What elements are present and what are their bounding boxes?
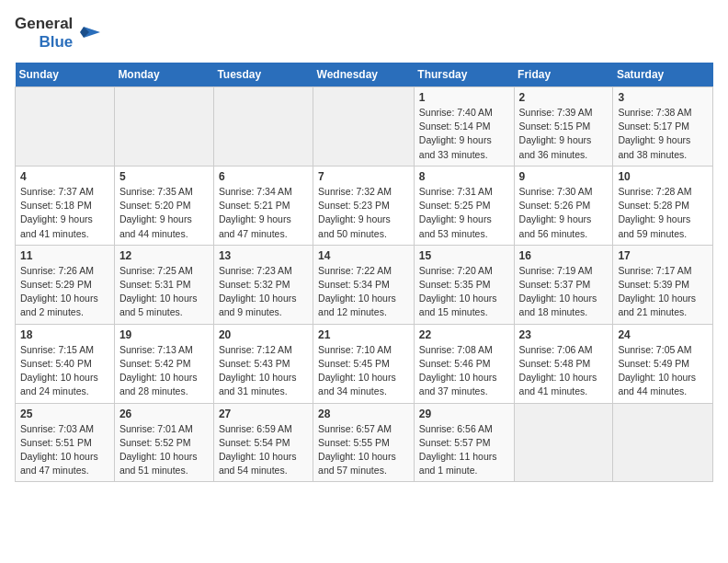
calendar-cell: 23Sunrise: 7:06 AMSunset: 5:48 PMDayligh… — [514, 324, 613, 403]
calendar-cell: 2Sunrise: 7:39 AMSunset: 5:15 PMDaylight… — [514, 87, 613, 167]
calendar-cell: 29Sunrise: 6:56 AMSunset: 5:57 PMDayligh… — [414, 403, 514, 482]
calendar-cell: 16Sunrise: 7:19 AMSunset: 5:37 PMDayligh… — [514, 245, 613, 324]
calendar-cell: 13Sunrise: 7:23 AMSunset: 5:32 PMDayligh… — [213, 245, 313, 324]
day-number: 28 — [318, 408, 409, 420]
day-number: 10 — [618, 170, 708, 183]
column-header-thursday: Thursday — [414, 63, 514, 87]
day-number: 2 — [519, 91, 609, 104]
calendar-week-row: 11Sunrise: 7:26 AMSunset: 5:29 PMDayligh… — [16, 245, 713, 324]
day-number: 7 — [318, 170, 409, 183]
calendar-cell: 1Sunrise: 7:40 AMSunset: 5:14 PMDaylight… — [414, 87, 514, 167]
day-info: Sunrise: 7:10 AMSunset: 5:45 PMDaylight:… — [318, 343, 409, 399]
calendar-cell: 12Sunrise: 7:25 AMSunset: 5:31 PMDayligh… — [114, 245, 213, 324]
calendar-cell — [613, 403, 713, 482]
calendar-cell: 4Sunrise: 7:37 AMSunset: 5:18 PMDaylight… — [16, 166, 115, 245]
day-info: Sunrise: 6:56 AMSunset: 5:57 PMDaylight:… — [419, 422, 509, 478]
day-number: 4 — [20, 170, 109, 183]
calendar-cell: 26Sunrise: 7:01 AMSunset: 5:52 PMDayligh… — [114, 403, 213, 482]
day-number: 24 — [618, 328, 708, 341]
calendar-cell: 3Sunrise: 7:38 AMSunset: 5:17 PMDaylight… — [613, 87, 713, 167]
day-number: 13 — [219, 249, 308, 262]
calendar-cell: 8Sunrise: 7:31 AMSunset: 5:25 PMDaylight… — [414, 166, 514, 245]
calendar-cell — [114, 87, 213, 167]
calendar-cell: 22Sunrise: 7:08 AMSunset: 5:46 PMDayligh… — [414, 324, 514, 403]
day-number: 6 — [219, 170, 308, 183]
column-header-wednesday: Wednesday — [313, 63, 415, 87]
day-number: 18 — [20, 328, 109, 341]
calendar-cell: 24Sunrise: 7:05 AMSunset: 5:49 PMDayligh… — [613, 324, 713, 403]
calendar-cell: 6Sunrise: 7:34 AMSunset: 5:21 PMDaylight… — [213, 166, 313, 245]
calendar-week-row: 1Sunrise: 7:40 AMSunset: 5:14 PMDaylight… — [16, 87, 713, 167]
day-info: Sunrise: 7:13 AMSunset: 5:42 PMDaylight:… — [119, 343, 209, 399]
day-info: Sunrise: 7:06 AMSunset: 5:48 PMDaylight:… — [519, 343, 609, 399]
calendar-week-row: 25Sunrise: 7:03 AMSunset: 5:51 PMDayligh… — [16, 403, 713, 482]
day-info: Sunrise: 7:30 AMSunset: 5:26 PMDaylight:… — [519, 185, 609, 241]
calendar-cell: 20Sunrise: 7:12 AMSunset: 5:43 PMDayligh… — [213, 324, 313, 403]
day-info: Sunrise: 7:34 AMSunset: 5:21 PMDaylight:… — [219, 185, 308, 241]
day-number: 21 — [318, 328, 409, 341]
day-info: Sunrise: 7:17 AMSunset: 5:39 PMDaylight:… — [618, 264, 708, 320]
day-info: Sunrise: 7:31 AMSunset: 5:25 PMDaylight:… — [419, 185, 509, 241]
day-number: 22 — [419, 328, 509, 341]
calendar-week-row: 4Sunrise: 7:37 AMSunset: 5:18 PMDaylight… — [16, 166, 713, 245]
day-number: 11 — [20, 249, 109, 262]
calendar-cell — [514, 403, 613, 482]
day-info: Sunrise: 7:28 AMSunset: 5:28 PMDaylight:… — [618, 185, 708, 241]
day-info: Sunrise: 7:26 AMSunset: 5:29 PMDaylight:… — [20, 264, 109, 320]
day-number: 19 — [119, 328, 209, 341]
column-header-friday: Friday — [514, 63, 613, 87]
column-header-sunday: Sunday — [16, 63, 115, 87]
calendar-cell: 28Sunrise: 6:57 AMSunset: 5:55 PMDayligh… — [313, 403, 415, 482]
calendar-cell: 18Sunrise: 7:15 AMSunset: 5:40 PMDayligh… — [16, 324, 115, 403]
logo: General Blue — [15, 15, 104, 52]
calendar-header-row: SundayMondayTuesdayWednesdayThursdayFrid… — [16, 63, 713, 87]
calendar-cell: 5Sunrise: 7:35 AMSunset: 5:20 PMDaylight… — [114, 166, 213, 245]
day-number: 17 — [618, 249, 708, 262]
day-info: Sunrise: 7:25 AMSunset: 5:31 PMDaylight:… — [119, 264, 209, 320]
day-number: 16 — [519, 249, 609, 262]
day-number: 23 — [519, 328, 609, 341]
column-header-monday: Monday — [114, 63, 213, 87]
day-info: Sunrise: 7:19 AMSunset: 5:37 PMDaylight:… — [519, 264, 609, 320]
day-number: 5 — [119, 170, 209, 183]
day-number: 25 — [20, 408, 109, 420]
column-header-saturday: Saturday — [613, 63, 713, 87]
day-number: 29 — [419, 408, 509, 420]
day-number: 15 — [419, 249, 509, 262]
calendar-cell: 17Sunrise: 7:17 AMSunset: 5:39 PMDayligh… — [613, 245, 713, 324]
calendar-cell: 21Sunrise: 7:10 AMSunset: 5:45 PMDayligh… — [313, 324, 415, 403]
day-info: Sunrise: 7:05 AMSunset: 5:49 PMDaylight:… — [618, 343, 708, 399]
day-number: 1 — [419, 91, 509, 104]
day-info: Sunrise: 7:03 AMSunset: 5:51 PMDaylight:… — [20, 422, 109, 478]
day-number: 9 — [519, 170, 609, 183]
logo-general-text: General — [15, 15, 73, 33]
calendar-cell: 27Sunrise: 6:59 AMSunset: 5:54 PMDayligh… — [213, 403, 313, 482]
day-number: 27 — [219, 408, 308, 420]
day-number: 20 — [219, 328, 308, 341]
calendar-cell: 25Sunrise: 7:03 AMSunset: 5:51 PMDayligh… — [16, 403, 115, 482]
day-number: 3 — [618, 91, 708, 104]
day-info: Sunrise: 7:08 AMSunset: 5:46 PMDaylight:… — [419, 343, 509, 399]
calendar-cell — [16, 87, 115, 167]
day-number: 12 — [119, 249, 209, 262]
day-info: Sunrise: 7:37 AMSunset: 5:18 PMDaylight:… — [20, 185, 109, 241]
calendar-cell: 9Sunrise: 7:30 AMSunset: 5:26 PMDaylight… — [514, 166, 613, 245]
day-number: 8 — [419, 170, 509, 183]
day-info: Sunrise: 7:01 AMSunset: 5:52 PMDaylight:… — [119, 422, 209, 478]
day-info: Sunrise: 7:40 AMSunset: 5:14 PMDaylight:… — [419, 106, 509, 162]
calendar-cell: 11Sunrise: 7:26 AMSunset: 5:29 PMDayligh… — [16, 245, 115, 324]
logo-bird-icon — [76, 19, 104, 47]
calendar-cell — [213, 87, 313, 167]
day-info: Sunrise: 7:20 AMSunset: 5:35 PMDaylight:… — [419, 264, 509, 320]
day-info: Sunrise: 7:38 AMSunset: 5:17 PMDaylight:… — [618, 106, 708, 162]
day-number: 26 — [119, 408, 209, 420]
day-info: Sunrise: 7:15 AMSunset: 5:40 PMDaylight:… — [20, 343, 109, 399]
day-info: Sunrise: 6:59 AMSunset: 5:54 PMDaylight:… — [219, 422, 308, 478]
calendar-cell: 15Sunrise: 7:20 AMSunset: 5:35 PMDayligh… — [414, 245, 514, 324]
column-header-tuesday: Tuesday — [213, 63, 313, 87]
day-info: Sunrise: 7:32 AMSunset: 5:23 PMDaylight:… — [318, 185, 409, 241]
day-info: Sunrise: 7:23 AMSunset: 5:32 PMDaylight:… — [219, 264, 308, 320]
day-number: 14 — [318, 249, 409, 262]
day-info: Sunrise: 6:57 AMSunset: 5:55 PMDaylight:… — [318, 422, 409, 478]
calendar-cell: 7Sunrise: 7:32 AMSunset: 5:23 PMDaylight… — [313, 166, 415, 245]
